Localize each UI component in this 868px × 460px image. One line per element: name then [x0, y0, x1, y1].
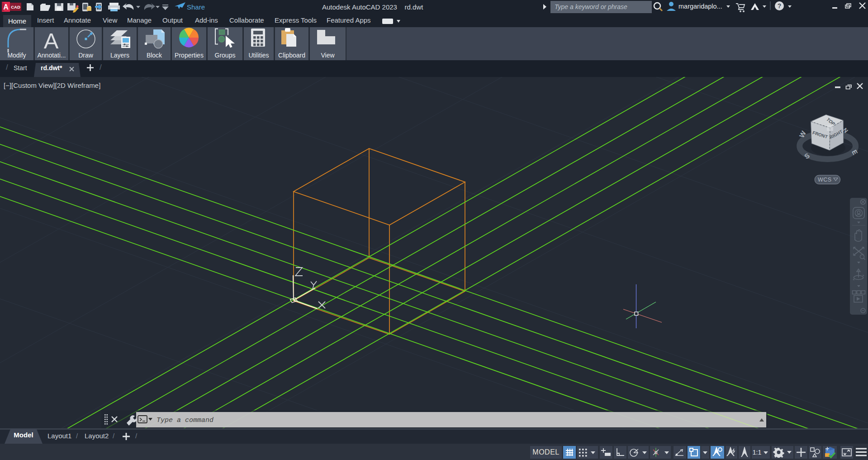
svg-text:A: A [44, 29, 59, 53]
svg-text:Share: Share [187, 3, 205, 11]
svg-text:CAD: CAD [11, 5, 20, 10]
svg-text:WCS: WCS [818, 177, 832, 183]
svg-text:Type a keyword or phrase: Type a keyword or phrase [555, 3, 627, 10]
svg-text:[−][Custom View][2D Wireframe]: [−][Custom View][2D Wireframe] [4, 81, 100, 89]
svg-text:Type a command: Type a command [157, 417, 213, 424]
svg-text:A: A [3, 3, 9, 11]
svg-text:?: ? [778, 2, 782, 10]
svg-text:margaridaplo...: margaridaplo... [678, 3, 722, 10]
